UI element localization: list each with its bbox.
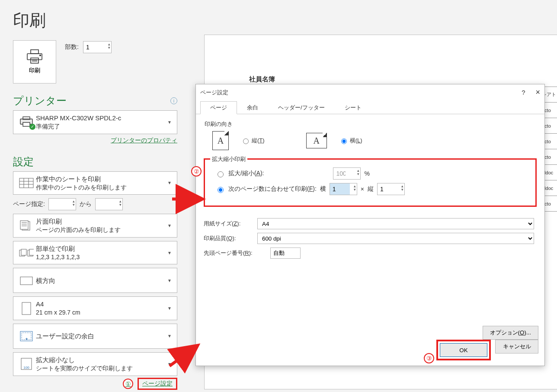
spin-arrows-icon[interactable]: ▴▾ <box>119 199 122 206</box>
tab-margins[interactable]: 余白 <box>237 101 268 114</box>
printer-name: SHARP MX-C302W SPDL2-c <box>36 113 166 122</box>
printer-select[interactable]: ✓ SHARP MX-C302W SPDL2-c 準備完了 ▼ <box>13 110 177 134</box>
ok-button[interactable]: OK <box>440 343 487 357</box>
dialog-help-button[interactable]: ? <box>522 89 525 96</box>
duplex-select[interactable]: 片面印刷 ページの片面のみを印刷します ▼ <box>13 214 177 238</box>
scaling-select[interactable]: 100 拡大縮小なし シートを実際のサイズで印刷します ▼ <box>13 352 177 376</box>
svg-line-31 <box>170 347 195 366</box>
spin-arrows-icon[interactable]: ▴▾ <box>73 199 75 206</box>
annotation-1: ① <box>123 379 133 389</box>
copies-stepper[interactable]: ▴▾ <box>83 41 112 53</box>
collate-sub: 1,2,3 1,2,3 1,2,3 <box>36 253 166 262</box>
orientation-select[interactable]: 横方向 ▼ <box>13 268 177 293</box>
collate-icon <box>19 248 34 257</box>
scaling-group-label: 拡大縮小印刷 <box>210 155 247 163</box>
page-title: 印刷 <box>13 10 177 32</box>
arrow-to-scaling <box>172 190 207 209</box>
paper-select[interactable]: A4 21 cm x 29.7 cm ▼ <box>13 296 177 320</box>
orientation-landscape-radio[interactable]: 横(L) <box>339 137 362 145</box>
page-to-stepper[interactable]: ▴▾ <box>95 198 123 210</box>
fit-h-label: 縦 <box>368 185 374 193</box>
scale-adjust-radio[interactable] <box>218 171 224 177</box>
print-area-title: 作業中のシートを印刷 <box>36 174 166 183</box>
copies-label: 部数: <box>65 43 79 51</box>
orientation-portrait-icon: A <box>212 131 229 150</box>
scale-adjust-input[interactable] <box>333 168 353 179</box>
duplex-sub: ページの片面のみを印刷します <box>36 226 166 235</box>
scale-adjust-stepper[interactable]: ▴▾ <box>333 167 361 180</box>
settings-section-title: 設定 <box>13 155 34 169</box>
dialog-close-button[interactable]: × <box>535 88 540 97</box>
page-to-input[interactable] <box>96 199 122 210</box>
svg-rect-15 <box>20 221 28 229</box>
copies-input[interactable] <box>83 42 111 53</box>
chevron-down-icon: ▼ <box>166 180 173 185</box>
info-icon[interactable]: i <box>170 97 177 104</box>
spin-arrows-icon[interactable]: ▴▾ <box>354 184 356 191</box>
annotation-2: ② <box>191 166 202 177</box>
svg-rect-20 <box>21 249 26 255</box>
preview-doc-title: 社員名簿 <box>249 75 275 84</box>
orientation-group-label: 印刷の向き <box>205 120 537 128</box>
scale-adjust-label: 拡大/縮小(A): <box>228 170 264 177</box>
page-setup-dialog: ページ設定 ? × ページ 余白 ヘッダー/フッター シート 印刷の向き A 縦… <box>195 84 545 366</box>
svg-rect-24 <box>22 302 31 315</box>
dialog-title: ページ設定 <box>200 89 228 96</box>
status-ok-icon: ✓ <box>29 124 35 130</box>
fit-width-input[interactable] <box>330 183 350 195</box>
fit-width-stepper[interactable]: ▴▾ <box>330 183 357 195</box>
paper-size-label: 用紙サイズ(Z): <box>204 220 251 228</box>
svg-text:★: ★ <box>25 337 28 341</box>
scaling-title: 拡大縮小なし <box>36 355 166 364</box>
sheet-grid-icon <box>19 178 34 188</box>
spin-arrows-icon[interactable]: ▴▾ <box>108 42 110 49</box>
scale-fit-radio[interactable] <box>218 187 224 193</box>
scaling-sub: シートを実際のサイズで印刷します <box>36 364 166 373</box>
tab-header-footer[interactable]: ヘッダー/フッター <box>268 101 335 114</box>
fit-x: × <box>361 186 364 193</box>
spin-arrows-icon[interactable]: ▴▾ <box>357 169 359 176</box>
cancel-button[interactable]: キャンセル <box>495 340 538 353</box>
margins-title: ユーザー設定の余白 <box>36 331 166 341</box>
first-page-input[interactable] <box>270 247 301 259</box>
scaling-group: 拡大縮小印刷 拡大/縮小(A): ▴▾ % 次のページ数に合わせて印刷(F): … <box>204 158 537 207</box>
fit-height-stepper[interactable]: ▴▾ <box>377 183 405 195</box>
page-from-stepper[interactable]: ▴▾ <box>48 198 76 210</box>
scaling-icon: 100 <box>20 357 32 370</box>
first-page-label: 先頭ページ番号(R): <box>204 249 264 257</box>
collate-select[interactable]: 部単位で印刷 1,2,3 1,2,3 1,2,3 ▼ <box>13 241 177 265</box>
print-button-label: 印刷 <box>29 67 40 74</box>
print-area-sub: 作業中のシートのみを印刷します <box>36 183 166 192</box>
spin-arrows-icon[interactable]: ▴▾ <box>401 184 403 191</box>
page-setup-link[interactable]: ページ設定 <box>142 380 173 387</box>
svg-rect-9 <box>19 178 33 188</box>
print-quality-label: 印刷品質(Q): <box>204 235 251 242</box>
print-button[interactable]: 印刷 <box>13 40 56 84</box>
margins-select[interactable]: ★ ユーザー設定の余白 ▼ <box>13 324 177 349</box>
chevron-down-icon: ▼ <box>166 251 173 255</box>
duplex-icon <box>19 220 34 231</box>
printer-section-title: プリンター <box>13 94 67 108</box>
duplex-title: 片面印刷 <box>36 217 166 226</box>
chevron-down-icon: ▼ <box>166 334 173 338</box>
collate-title: 部単位で印刷 <box>36 244 166 253</box>
paper-title: A4 <box>36 299 166 308</box>
orientation-portrait-radio[interactable]: 縦(T) <box>241 137 265 145</box>
print-area-select[interactable]: 作業中のシートを印刷 作業中のシートのみを印刷します ▼ <box>13 171 177 195</box>
print-quality-select[interactable]: 600 dpi <box>257 233 534 244</box>
svg-rect-23 <box>20 277 32 285</box>
chevron-down-icon: ▼ <box>166 120 173 125</box>
tab-page[interactable]: ページ <box>200 101 237 114</box>
chevron-down-icon: ▼ <box>166 306 173 311</box>
ok-highlight: OK <box>436 340 491 360</box>
tab-sheet[interactable]: シート <box>335 101 371 114</box>
scale-fit-label: 次のページ数に合わせて印刷(F): <box>228 185 317 193</box>
page-from-input[interactable] <box>49 199 76 210</box>
svg-point-5 <box>40 55 41 56</box>
margins-icon: ★ <box>20 331 33 341</box>
fit-w-label: 横 <box>320 185 326 193</box>
paper-size-select[interactable]: A4 <box>257 218 534 229</box>
printer-properties-link[interactable]: プリンターのプロパティ <box>111 137 177 144</box>
svg-rect-22 <box>29 249 34 255</box>
fit-height-input[interactable] <box>378 183 397 195</box>
